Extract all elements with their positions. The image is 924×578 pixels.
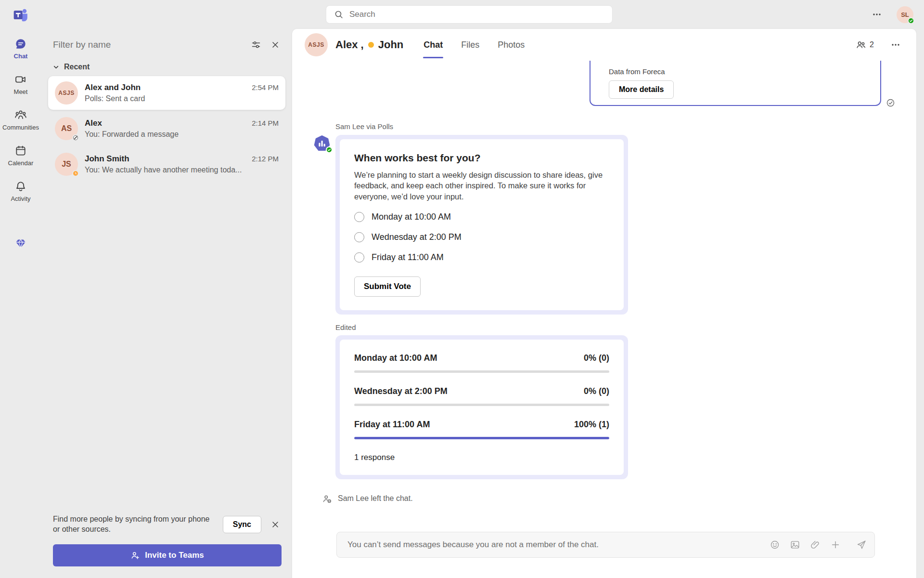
topbar-actions: SL xyxy=(869,6,924,23)
avatar: JS xyxy=(55,153,78,176)
chat-list-item-alex[interactable]: AS Alex 2:14 PM You: Forwarded a message xyxy=(48,112,285,145)
radio-button[interactable] xyxy=(354,212,364,222)
poll-results-card: Monday at 10:00 AM 0% (0) Wednesday at 2… xyxy=(335,335,628,479)
more-details-button[interactable]: More details xyxy=(609,80,674,99)
people-community-icon xyxy=(14,109,27,121)
poll-message: When works best for you? We’re planning … xyxy=(292,135,916,315)
rail-label: Activity xyxy=(11,195,30,202)
result-value: 0% (0) xyxy=(584,386,609,396)
result-label: Monday at 10:00 AM xyxy=(354,353,437,363)
composer-toolbar xyxy=(770,539,867,550)
poll-card: When works best for you? We’re planning … xyxy=(335,135,628,315)
chat-list-item-alex-and-john[interactable]: ASJS Alex and John 2:54 PM Polls: Sent a… xyxy=(48,76,285,110)
message-list[interactable]: Data from Foreca More details Sam Lee vi… xyxy=(292,61,916,524)
chat-item-text: Alex and John 2:54 PM Polls: Sent a card xyxy=(85,83,279,103)
member-count: 2 xyxy=(870,40,874,49)
filter-by-name-input[interactable] xyxy=(53,39,245,50)
recent-section-header[interactable]: Recent xyxy=(41,57,292,75)
filter-sliders-icon xyxy=(251,40,261,50)
result-value: 0% (0) xyxy=(584,353,609,363)
sync-banner: Find more people by syncing from your ph… xyxy=(41,511,292,538)
recent-label: Recent xyxy=(64,63,90,71)
tab-photos[interactable]: Photos xyxy=(498,29,525,61)
presence-available-badge xyxy=(908,17,914,24)
chat-title-first: Alex , xyxy=(335,39,364,51)
composer-placeholder-text: You can’t send messages because you are … xyxy=(347,540,599,550)
poll-option-monday[interactable]: Monday at 10:00 AM xyxy=(354,212,609,222)
chat-timestamp: 2:14 PM xyxy=(252,119,279,127)
avatar: AS xyxy=(55,117,78,140)
away-status-dot xyxy=(368,42,374,48)
avatar-initials: ASJS xyxy=(308,41,324,48)
avatar-initials: JS xyxy=(62,160,71,169)
chat-list-item-john-smith[interactable]: JS John Smith 2:12 PM You: We actually h… xyxy=(48,147,285,181)
member-count-button[interactable]: 2 xyxy=(856,39,874,50)
chat-item-text: John Smith 2:12 PM You: We actually have… xyxy=(85,154,279,174)
result-progress-track xyxy=(354,370,609,373)
rail-label: Communities xyxy=(2,124,39,131)
result-progress-fill xyxy=(354,437,609,439)
teams-app: SL Chat Meet xyxy=(0,0,924,578)
more-options-button[interactable] xyxy=(869,6,885,23)
weather-message-row: Data from Foreca More details xyxy=(292,61,916,106)
chat-header: ASJS Alex , John Chat Files Photos xyxy=(292,29,916,61)
result-progress-track xyxy=(354,437,609,439)
radio-button[interactable] xyxy=(354,252,364,263)
invite-to-teams-button[interactable]: Invite to Teams xyxy=(53,544,282,566)
poll-option-friday[interactable]: Friday at 11:00 AM xyxy=(354,252,609,263)
more-horizontal-icon xyxy=(872,10,882,19)
poll-question: When works best for you? xyxy=(354,152,609,164)
system-message: Sam Lee left the chat. xyxy=(322,494,916,504)
teams-logo[interactable] xyxy=(0,6,41,23)
radio-button[interactable] xyxy=(354,232,364,242)
close-icon xyxy=(270,520,280,529)
filter-options-button[interactable] xyxy=(248,37,264,53)
chat-name: Alex xyxy=(85,118,102,128)
tab-files[interactable]: Files xyxy=(461,29,479,61)
dismiss-sync-banner-button[interactable] xyxy=(267,516,283,533)
chat-list-sidebar: Recent ASJS Alex and John 2:54 PM Polls:… xyxy=(41,29,292,578)
rail-item-meet[interactable]: Meet xyxy=(14,73,28,95)
app-rail: Chat Meet Communities xyxy=(0,29,41,578)
chat-list: ASJS Alex and John 2:54 PM Polls: Sent a… xyxy=(41,75,292,182)
chat-timestamp: 2:12 PM xyxy=(252,155,279,163)
global-search[interactable] xyxy=(326,5,613,24)
profile-initials: SL xyxy=(901,11,909,18)
close-filter-button[interactable] xyxy=(267,37,283,53)
sync-banner-text: Find more people by syncing from your ph… xyxy=(53,514,217,535)
paperclip-icon xyxy=(810,539,821,550)
tab-chat[interactable]: Chat xyxy=(424,29,443,61)
composer-area: You can’t send messages because you are … xyxy=(292,524,916,578)
person-left-icon xyxy=(322,494,332,504)
add-attachment-icon xyxy=(830,539,841,550)
rail-item-chat[interactable]: Chat xyxy=(14,38,28,60)
people-icon xyxy=(856,39,866,50)
rail-item-communities[interactable]: Communities xyxy=(2,109,39,131)
premium-gem-icon[interactable] xyxy=(14,237,27,251)
polls-app-avatar xyxy=(313,135,333,154)
chat-preview: You: We actually have another meeting to… xyxy=(85,166,279,174)
result-row-monday: Monday at 10:00 AM 0% (0) xyxy=(354,353,609,363)
presence-away-badge xyxy=(72,170,79,177)
weather-source-label: Data from Foreca xyxy=(609,67,880,76)
profile-avatar[interactable]: SL xyxy=(897,6,913,23)
message-sender-label: Sam Lee via Polls xyxy=(335,122,916,131)
group-avatar: ASJS xyxy=(55,81,78,105)
rail-item-activity[interactable]: Activity xyxy=(11,180,30,202)
message-sent-check-icon xyxy=(886,98,895,109)
chat-group-avatar[interactable]: ASJS xyxy=(305,33,328,56)
chevron-down-icon xyxy=(53,64,59,70)
result-progress-track xyxy=(354,404,609,406)
chat-tabs: Chat Files Photos xyxy=(424,29,525,61)
poll-option-wednesday[interactable]: Wednesday at 2:00 PM xyxy=(354,232,609,242)
sync-button[interactable]: Sync xyxy=(223,516,261,533)
chat-more-options-button[interactable] xyxy=(887,37,904,53)
result-row-friday: Friday at 11:00 AM 100% (1) xyxy=(354,420,609,430)
presence-blocked-badge xyxy=(72,134,79,141)
filter-bar xyxy=(41,29,292,57)
submit-vote-button[interactable]: Submit Vote xyxy=(354,276,421,297)
system-message-text: Sam Lee left the chat. xyxy=(338,494,413,503)
rail-item-calendar[interactable]: Calendar xyxy=(8,144,34,167)
app-verified-badge xyxy=(326,146,333,153)
search-input[interactable] xyxy=(349,10,604,19)
